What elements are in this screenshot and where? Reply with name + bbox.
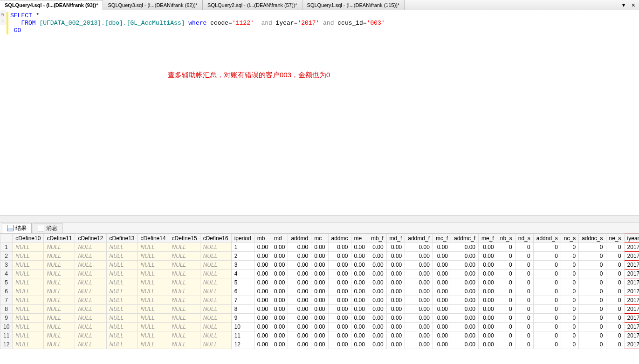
cell-null[interactable]: NULL xyxy=(200,278,231,287)
editor-content[interactable]: SELECT * FROM [UFDATA_002_2013].[dbo].[G… xyxy=(0,10,639,34)
cell-decimal[interactable]: 0.00 xyxy=(311,314,328,323)
cell-null[interactable]: NULL xyxy=(106,270,137,278)
cell-decimal[interactable]: 0.00 xyxy=(368,287,386,296)
cell-decimal[interactable]: 0.00 xyxy=(254,261,271,270)
column-header-nb_s[interactable]: nb_s xyxy=(497,234,515,243)
collapse-icon[interactable]: ⊟ xyxy=(0,12,7,19)
cell-int[interactable]: 0 xyxy=(497,261,515,270)
cell-decimal[interactable]: 0.00 xyxy=(271,331,288,340)
cell-decimal[interactable]: 0.00 xyxy=(386,323,405,331)
cell-decimal[interactable]: 0.00 xyxy=(271,305,288,314)
cell-int[interactable]: 0 xyxy=(579,278,606,287)
column-header-mc_f[interactable]: mc_f xyxy=(433,234,451,243)
tab-messages[interactable]: 消息 xyxy=(33,223,62,233)
cell-decimal[interactable]: 0.00 xyxy=(328,270,351,278)
cell-iyear[interactable]: 2017 xyxy=(624,331,639,340)
cell-null[interactable]: NULL xyxy=(44,278,75,287)
cell-int[interactable]: 0 xyxy=(579,296,606,305)
column-header-cDefine15[interactable]: cDefine15 xyxy=(169,234,200,243)
row-number[interactable]: 6 xyxy=(0,287,13,296)
cell-decimal[interactable]: 0.00 xyxy=(479,278,497,287)
cell-decimal[interactable]: 0.00 xyxy=(405,278,433,287)
cell-null[interactable]: NULL xyxy=(13,323,44,331)
cell-iyear[interactable]: 2017 xyxy=(624,278,639,287)
cell-null[interactable]: NULL xyxy=(75,287,106,296)
cell-int[interactable]: 0 xyxy=(561,305,578,314)
cell-int[interactable]: 0 xyxy=(561,314,578,323)
cell-decimal[interactable]: 0.00 xyxy=(386,252,405,261)
cell-null[interactable]: NULL xyxy=(44,252,75,261)
table-row[interactable]: 4NULLNULLNULLNULLNULLNULLNULL40.000.000.… xyxy=(0,270,639,278)
cell-decimal[interactable]: 0.00 xyxy=(433,261,451,270)
cell-iyear[interactable]: 2017 xyxy=(624,270,639,278)
cell-int[interactable]: 0 xyxy=(497,270,515,278)
cell-decimal[interactable]: 0.00 xyxy=(433,270,451,278)
cell-int[interactable]: 0 xyxy=(497,323,515,331)
cell-decimal[interactable]: 0.00 xyxy=(328,331,351,340)
column-header-cDefine14[interactable]: cDefine14 xyxy=(137,234,169,243)
cell-decimal[interactable]: 0.00 xyxy=(311,340,328,349)
cell-decimal[interactable]: 0.00 xyxy=(311,270,328,278)
column-header-addnd_s[interactable]: addnd_s xyxy=(533,234,561,243)
cell-decimal[interactable]: 0.00 xyxy=(368,314,386,323)
cell-decimal[interactable]: 0.00 xyxy=(351,296,368,305)
cell-decimal[interactable]: 0.00 xyxy=(368,243,386,252)
cell-decimal[interactable]: 0.00 xyxy=(479,287,497,296)
cell-int[interactable]: 0 xyxy=(606,270,624,278)
cell-decimal[interactable]: 0.00 xyxy=(288,252,311,261)
cell-null[interactable]: NULL xyxy=(137,261,169,270)
cell-decimal[interactable]: 0.00 xyxy=(311,252,328,261)
cell-decimal[interactable]: 0.00 xyxy=(386,296,405,305)
cell-iyear[interactable]: 2017 xyxy=(624,305,639,314)
column-header-cDefine12[interactable]: cDefine12 xyxy=(75,234,106,243)
cell-decimal[interactable]: 0.00 xyxy=(288,296,311,305)
cell-null[interactable]: NULL xyxy=(13,287,44,296)
cell-null[interactable]: NULL xyxy=(13,340,44,349)
cell-decimal[interactable]: 0.00 xyxy=(405,331,433,340)
cell-null[interactable]: NULL xyxy=(137,287,169,296)
cell-null[interactable]: NULL xyxy=(169,270,200,278)
cell-decimal[interactable]: 0.00 xyxy=(479,296,497,305)
cell-iperiod[interactable]: 10 xyxy=(231,323,254,331)
cell-decimal[interactable]: 0.00 xyxy=(254,278,271,287)
cell-null[interactable]: NULL xyxy=(75,314,106,323)
cell-decimal[interactable]: 0.00 xyxy=(386,305,405,314)
column-header-md_f[interactable]: md_f xyxy=(386,234,405,243)
cell-null[interactable]: NULL xyxy=(137,243,169,252)
cell-int[interactable]: 0 xyxy=(515,278,533,287)
cell-decimal[interactable]: 0.00 xyxy=(451,278,478,287)
cell-int[interactable]: 0 xyxy=(533,340,561,349)
cell-null[interactable]: NULL xyxy=(137,252,169,261)
cell-decimal[interactable]: 0.00 xyxy=(386,340,405,349)
cell-null[interactable]: NULL xyxy=(169,331,200,340)
cell-iyear[interactable]: 2017 xyxy=(624,323,639,331)
cell-decimal[interactable]: 0.00 xyxy=(271,323,288,331)
cell-null[interactable]: NULL xyxy=(44,314,75,323)
cell-iperiod[interactable]: 3 xyxy=(231,261,254,270)
cell-int[interactable]: 0 xyxy=(561,278,578,287)
column-header-cDefine11[interactable]: cDefine11 xyxy=(44,234,75,243)
cell-decimal[interactable]: 0.00 xyxy=(368,340,386,349)
cell-null[interactable]: NULL xyxy=(13,305,44,314)
cell-int[interactable]: 0 xyxy=(533,243,561,252)
cell-decimal[interactable]: 0.00 xyxy=(328,252,351,261)
cell-null[interactable]: NULL xyxy=(200,314,231,323)
cell-iyear[interactable]: 2017 xyxy=(624,261,639,270)
cell-iperiod[interactable]: 12 xyxy=(231,340,254,349)
cell-decimal[interactable]: 0.00 xyxy=(271,340,288,349)
cell-decimal[interactable]: 0.00 xyxy=(479,252,497,261)
cell-int[interactable]: 0 xyxy=(497,331,515,340)
cell-int[interactable]: 0 xyxy=(606,305,624,314)
column-header-iyear[interactable]: iyear xyxy=(624,234,639,243)
tab-sqlquery1[interactable]: SQLQuery1.sql - (l...(DEAN\frank (115))* xyxy=(302,0,405,10)
cell-int[interactable]: 0 xyxy=(606,261,624,270)
cell-decimal[interactable]: 0.00 xyxy=(351,270,368,278)
cell-null[interactable]: NULL xyxy=(169,278,200,287)
cell-decimal[interactable]: 0.00 xyxy=(451,243,478,252)
cell-int[interactable]: 0 xyxy=(533,331,561,340)
cell-null[interactable]: NULL xyxy=(169,296,200,305)
cell-iyear[interactable]: 2017 xyxy=(624,252,639,261)
cell-null[interactable]: NULL xyxy=(44,305,75,314)
cell-decimal[interactable]: 0.00 xyxy=(479,331,497,340)
cell-null[interactable]: NULL xyxy=(200,340,231,349)
